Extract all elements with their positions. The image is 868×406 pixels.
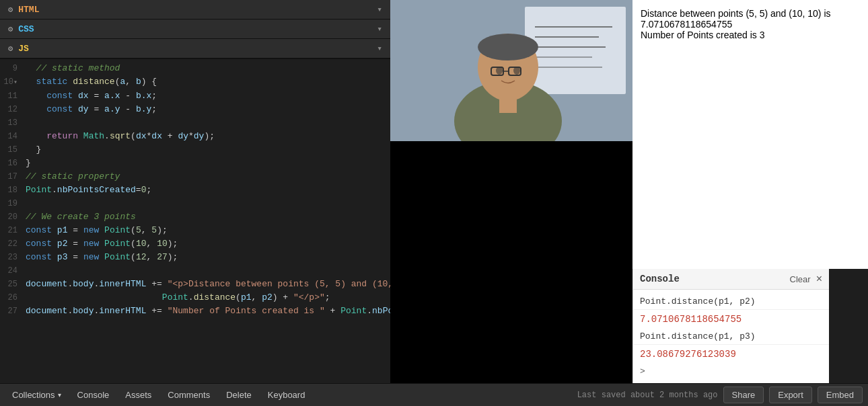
right-panel: Distance between points (5, 5) and (10, … <box>632 0 868 383</box>
saved-status: Last saved about 2 months ago <box>577 391 718 400</box>
video-thumbnail <box>390 0 632 141</box>
assets-button[interactable]: Assets <box>118 387 158 403</box>
editor-panel: ⚙ HTML ▾ ⚙ CSS ▾ ⚙ JS ▾ 9 // static meth… <box>0 0 390 383</box>
output-line-2: Number of Points created is 3 <box>641 30 860 40</box>
chevron-down-icon-js: ▾ <box>377 43 382 54</box>
code-line-9: 9 // static method <box>0 62 390 75</box>
console-body: Point.distance(p1, p2) 7.071067811865475… <box>633 290 829 383</box>
css-tab-label: CSS <box>18 24 34 34</box>
comments-button[interactable]: Comments <box>161 387 217 403</box>
code-line-24: 24 <box>0 264 390 278</box>
svg-rect-15 <box>499 99 517 113</box>
video-content <box>390 0 632 141</box>
export-button[interactable]: Export <box>769 387 812 403</box>
console-result-1: 7.0710678118654755 <box>633 310 829 329</box>
code-line-21: 21 const p1 = new Point(5, 5); <box>0 224 390 237</box>
code-line-11: 11 const dx = a.x - b.x; <box>0 89 390 103</box>
console-title: Console <box>640 274 680 284</box>
svg-point-9 <box>478 34 538 60</box>
code-line-17: 17 // static property <box>0 170 390 184</box>
embed-button[interactable]: Embed <box>818 387 863 403</box>
delete-button[interactable]: Delete <box>219 387 258 403</box>
code-line-19: 19 <box>0 197 390 210</box>
output-panel: Distance between points (5, 5) and (10, … <box>632 0 868 269</box>
console-entry-2: Point.distance(p1, p3) <box>633 329 829 345</box>
console-header: Console Clear × <box>633 269 829 290</box>
output-line-1: Distance between points (5, 5) and (10, … <box>641 8 860 30</box>
main-area: ⚙ HTML ▾ ⚙ CSS ▾ ⚙ JS ▾ 9 // static meth… <box>0 0 868 383</box>
collections-chevron-icon: ▾ <box>58 391 61 399</box>
code-line-15: 15 } <box>0 143 390 157</box>
js-tab-label: JS <box>18 44 29 54</box>
console-clear-button[interactable]: Clear <box>790 274 811 284</box>
bottom-bar: Collections ▾ Console Assets Comments De… <box>0 383 868 406</box>
code-line-23: 23 const p3 = new Point(12, 27); <box>0 251 390 264</box>
code-line-25: 25 document.body.innerHTML += "<p>Distan… <box>0 278 390 291</box>
code-line-27: 27 document.body.innerHTML += "Number of… <box>0 304 390 318</box>
code-line-10: 10▾ static distance(a, b) { <box>0 75 390 89</box>
console-result-2: 23.08679276123039 <box>633 345 829 364</box>
code-area[interactable]: 9 // static method 10▾ static distance(a… <box>0 59 390 383</box>
console-prompt: > <box>633 364 829 379</box>
code-line-20: 20 // We create 3 points <box>0 210 390 224</box>
console-close-button[interactable]: × <box>816 273 822 285</box>
tab-html[interactable]: ⚙ HTML ▾ <box>0 0 390 19</box>
html-tab-label: HTML <box>18 5 39 15</box>
code-line-12: 12 const dy = a.y - b.y; <box>0 103 390 116</box>
collections-button[interactable]: Collections ▾ <box>5 387 68 403</box>
code-line-13: 13 <box>0 116 390 130</box>
svg-rect-1 <box>525 7 626 94</box>
tab-css[interactable]: ⚙ CSS ▾ <box>0 19 390 39</box>
chevron-down-icon-css: ▾ <box>377 24 382 34</box>
chevron-down-icon: ▾ <box>377 4 382 15</box>
gear-icon-js: ⚙ <box>8 44 13 54</box>
code-line-14: 14 return Math.sqrt(dx*dx + dy*dy); <box>0 130 390 143</box>
code-line-26: 26 Point.distance(p1, p2) + "</p>"; <box>0 291 390 304</box>
code-line-22: 22 const p2 = new Point(10, 10); <box>0 237 390 251</box>
console-panel: Console Clear × Point.distance(p1, p2) 7… <box>632 269 829 383</box>
tab-js[interactable]: ⚙ JS ▾ <box>0 39 390 58</box>
code-line-16: 16 } <box>0 157 390 170</box>
collections-label: Collections <box>12 390 55 400</box>
gear-icon: ⚙ <box>8 5 13 15</box>
bottom-right-actions: Last saved about 2 months ago Share Expo… <box>577 387 863 403</box>
video-panel <box>390 0 632 383</box>
file-tabs: ⚙ HTML ▾ ⚙ CSS ▾ ⚙ JS ▾ <box>0 0 390 59</box>
console-tab-button[interactable]: Console <box>71 387 116 403</box>
gear-icon-css: ⚙ <box>8 24 13 34</box>
share-button[interactable]: Share <box>723 387 764 403</box>
output-content: Distance between points (5, 5) and (10, … <box>632 0 868 269</box>
code-line-18: 18 Point.nbPointsCreated=0; <box>0 184 390 197</box>
keyboard-button[interactable]: Keyboard <box>261 387 312 403</box>
console-entry-1: Point.distance(p1, p2) <box>633 294 829 310</box>
